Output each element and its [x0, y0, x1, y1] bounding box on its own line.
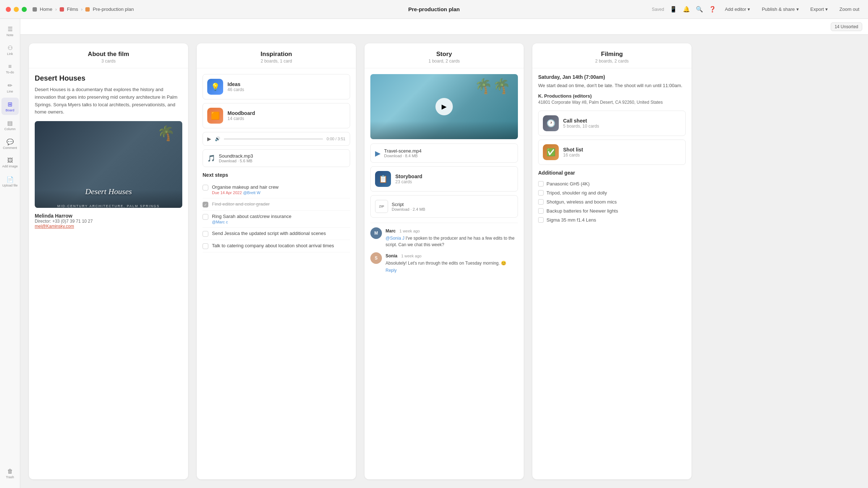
comment-sonia: S Sonia 1 week ago Absolutely! Let's run… [370, 252, 518, 273]
sidebar-item-line[interactable]: ✏ Line [1, 79, 19, 96]
checklist-text-3: Send Jessica the updated script with add… [212, 231, 350, 236]
shot-list-title: Shot list [563, 147, 583, 153]
board-filming: Filming 2 boards, 2 cards Saturday, Jan … [532, 43, 692, 479]
sidebar-item-comment[interactable]: 💬 Comment [1, 135, 19, 153]
gear-checkbox-0[interactable] [538, 181, 544, 187]
call-sheet-item[interactable]: 🕐 Call sheet 5 boards, 10 cards [538, 111, 686, 136]
gear-checkbox-1[interactable] [538, 190, 544, 196]
checkbox-1[interactable]: ✓ [203, 202, 208, 207]
reply-button[interactable]: Reply [386, 268, 397, 273]
checkbox-3[interactable] [203, 231, 208, 237]
column-icon: ▤ [7, 120, 13, 127]
publish-share-button[interactable]: Publish & share ▾ [759, 5, 801, 13]
minimize-button[interactable] [14, 7, 19, 12]
breadcrumb-home[interactable]: Home [40, 7, 52, 12]
checkbox-4[interactable] [203, 243, 208, 249]
notifications-icon[interactable]: 🔔 [683, 6, 690, 13]
board-story: Story 1 board, 2 cards 🌴🌴 ▶ ▶ Travel-sce… [365, 43, 524, 479]
sidebar-item-board[interactable]: ⊞ Board [1, 98, 19, 115]
play-button[interactable]: ▶ [207, 136, 211, 142]
checklist-item-1: ✓ Find editor and color grader [203, 198, 350, 211]
marc-comment-content: Marc 1 week ago @Sonia J I've spoken to … [386, 227, 518, 248]
unsorted-badge[interactable]: 14 Unsorted [831, 22, 862, 31]
gear-label-2: Shotgun, wireless and boom mics [546, 199, 617, 205]
sidebar-label-column: Column [4, 127, 16, 131]
sidebar-label-todo: To-do [6, 70, 14, 74]
sidebar-label-add-image: Add image [2, 164, 18, 168]
gear-item-0: Panasonic GH5 (4K) [538, 179, 686, 188]
gear-item-4: Sigma 35 mm f1.4 Lens [538, 215, 686, 224]
checklist-text-1: Find editor and color grader [212, 201, 350, 207]
marc-text: @Sonia J I've spoken to the producer and… [386, 235, 518, 248]
board-inspiration-header: Inspiration 2 boards, 1 card [197, 43, 356, 68]
sidebar-label-board: Board [5, 108, 14, 112]
image-title-text: Desert Houses [57, 187, 159, 204]
board-icon: ⊞ [8, 101, 12, 108]
sidebar-item-column[interactable]: ▤ Column [1, 116, 19, 134]
breadcrumb: Home › Films › Pre-production plan [33, 7, 134, 12]
gear-item-3: Backup batteries for Neewer lights [538, 206, 686, 215]
add-editor-button[interactable]: Add editor ▾ [722, 5, 753, 13]
ideas-board-item[interactable]: 💡 Ideas 46 cards [203, 74, 350, 99]
note-icon: ☰ [8, 26, 13, 33]
storyboard-icon: 📋 [375, 171, 391, 187]
plan-dot-icon [85, 7, 90, 12]
sidebar-item-note[interactable]: ☰ Note [1, 22, 19, 40]
trash-button[interactable]: 🗑 Trash [1, 465, 19, 482]
board-inspiration: Inspiration 2 boards, 1 card 💡 Ideas 46 … [197, 43, 356, 479]
export-button[interactable]: Export ▾ [808, 5, 831, 13]
video-filename: Travel-scene.mp4 [384, 148, 513, 154]
board-filming-title: Filming [538, 51, 686, 58]
breadcrumb-films[interactable]: Films [67, 7, 78, 12]
sidebar-item-upload-file[interactable]: 📄 Upload file [1, 173, 19, 190]
gear-title: Additional gear [538, 170, 686, 176]
checkbox-0[interactable] [203, 185, 208, 191]
video-thumbnail[interactable]: 🌴🌴 ▶ [370, 74, 518, 139]
gear-item-1: Tripod, shoulder rig and dolly [538, 188, 686, 197]
marc-author: Marc [386, 228, 396, 234]
search-icon[interactable]: 🔍 [696, 6, 703, 13]
script-file-item: ZIP Script Download · 2.4 MB [370, 195, 518, 218]
breadcrumb-plan[interactable]: Pre-production plan [93, 7, 133, 12]
audio-player[interactable]: ▶ 🔊 0:00 / 3:51 [203, 132, 350, 146]
help-icon[interactable]: ❓ [709, 6, 716, 13]
title-bar: Home › Films › Pre-production plan Pre-p… [0, 0, 868, 19]
volume-icon[interactable]: 🔊 [215, 136, 220, 141]
shot-list-item[interactable]: ✅ Shot list 16 cards [538, 140, 686, 165]
sidebar-item-add-image[interactable]: 🖼 Add image [1, 154, 19, 171]
gear-section: Additional gear Panasonic GH5 (4K) Tripo… [538, 170, 686, 224]
checklist-item-0: Organise makeup and hair crew Due 14 Apr… [203, 181, 350, 198]
gear-checkbox-2[interactable] [538, 199, 544, 205]
storyboard-item[interactable]: 📋 Storyboard 23 cards [370, 166, 518, 192]
board-filming-content: Saturday, Jan 14th (7:00am) We start dea… [532, 68, 692, 479]
checklist-text-2: Ring Sarah about cast/crew insurance @Ma… [212, 214, 350, 224]
close-button[interactable] [6, 7, 11, 12]
script-download[interactable]: Download · 2.4 MB [392, 207, 513, 211]
sidebar-item-link[interactable]: ⚇ Link [1, 41, 19, 59]
checkbox-2[interactable] [203, 214, 208, 220]
board-story-title: Story [370, 51, 518, 58]
video-file-icon: ▶ [375, 149, 380, 158]
sidebar-item-todo[interactable]: ≡ To-do [1, 60, 19, 77]
gear-label-0: Panasonic GH5 (4K) [546, 181, 590, 187]
device-icon: 📱 [670, 6, 677, 13]
due-date-0: Due 14 Apr 2022 [212, 191, 242, 195]
video-file-item: ▶ Travel-scene.mp4 Download · 8.4 MB [370, 144, 518, 163]
play-video-button[interactable]: ▶ [435, 98, 453, 115]
gear-checkbox-3[interactable] [538, 208, 544, 214]
event-address: 41801 Corporate Way #8, Palm Desert, CA … [538, 100, 686, 105]
fullscreen-button[interactable] [22, 7, 27, 12]
person-tag-2: @Marc c [212, 220, 228, 224]
moodboard-item[interactable]: 🟧 Moodboard 14 cards [203, 103, 350, 128]
zoom-out-button[interactable]: Zoom out [837, 5, 862, 13]
saved-indicator: Saved [652, 7, 664, 12]
gear-checkbox-4[interactable] [538, 217, 544, 223]
marc-avatar: M [370, 227, 382, 239]
soundtrack-download[interactable]: Download · 5.6 MB [219, 159, 345, 163]
sidebar-label-comment: Comment [3, 146, 17, 150]
contact-email[interactable]: mel@Kaminsky.com [35, 224, 182, 229]
soundtrack-file: 🎵 Soundtrack.mp3 Download · 5.6 MB [203, 149, 350, 167]
filming-event: Saturday, Jan 14th (7:00am) We start dea… [538, 74, 686, 105]
films-dot-icon [60, 7, 64, 12]
video-download[interactable]: Download · 8.4 MB [384, 154, 513, 158]
